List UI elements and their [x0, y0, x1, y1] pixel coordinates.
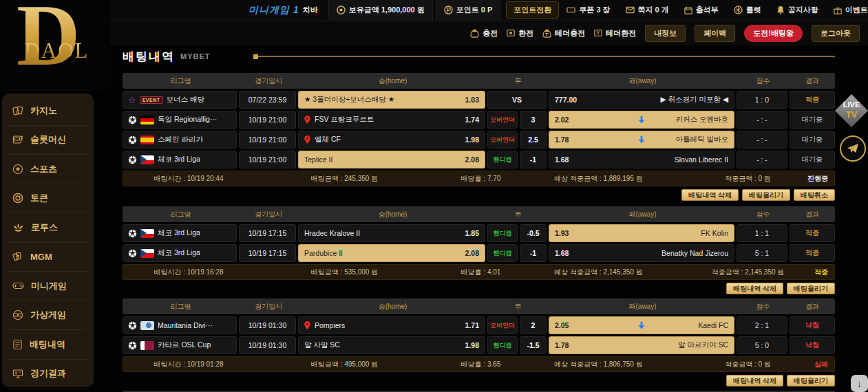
roulette-icon: [734, 6, 743, 14]
won-amount: 적중금액 : 0 원: [670, 360, 825, 369]
deposit-link[interactable]: 충전: [470, 28, 498, 39]
soccer-ball-icon: [128, 341, 137, 350]
away-team: Benatky Nad Jizerou: [661, 249, 728, 257]
delete-history-button[interactable]: 배팅내역 삭제: [726, 375, 783, 386]
sidebar-item-mgm[interactable]: MGM: [9, 243, 87, 272]
draw-cell: 오버언더 2: [487, 316, 547, 334]
menu-attendance[interactable]: 출석부: [677, 0, 726, 20]
point-convert-button[interactable]: 포인트전환: [506, 1, 559, 19]
league-name: Mauritania Divi···: [158, 321, 213, 329]
menu-roulette-label: 룰렛: [746, 5, 761, 15]
home-team: Teplice II: [304, 155, 461, 164]
match-date: 10/19 01:30: [239, 336, 296, 354]
league-name: 체코 3rd Liga: [158, 248, 200, 258]
sidebar-item-slot[interactable]: 슬롯머신: [9, 126, 87, 155]
home-pick-cell: Pardubice II 2.08: [298, 244, 485, 262]
col-date: 경기일시: [239, 302, 298, 312]
sidebar-item-lotus[interactable]: 로투스: [9, 213, 87, 243]
sidebar-item-sports[interactable]: 스포츠: [9, 155, 87, 184]
tether-withdraw-link[interactable]: 테더환전: [594, 28, 636, 39]
soccer-ball-icon: [128, 116, 137, 124]
menu-event[interactable]: 이벤트: [826, 0, 868, 20]
table-header: 리그명 경기일시 승(home) 무 패(away) 점수 결과: [123, 298, 835, 314]
market-line: -1: [520, 151, 547, 168]
scroll-down-button[interactable]: ↓: [851, 375, 868, 392]
menu-notice[interactable]: 공지사항: [769, 0, 826, 20]
away-pick-cell: 777.00 ▶ 취소경기 미포함 ◀: [549, 91, 734, 109]
league-cell: 체코 3rd Liga: [123, 224, 237, 242]
expected-win: 예상 적중금액 : 2,145,350 원: [527, 268, 670, 277]
col-league: 리그명: [123, 210, 239, 219]
site-logo[interactable]: D DAOL: [0, 0, 110, 91]
sidebar-item-casino[interactable]: 카지노: [9, 96, 87, 126]
market-type: 오버언더: [487, 131, 518, 149]
away-odds: 1.68: [555, 249, 569, 257]
map-pin-icon: [304, 135, 310, 144]
telegram-button[interactable]: [840, 135, 866, 162]
home-pick-cell: 알 사말 SC 1.98: [298, 336, 485, 354]
col-home: 승(home): [298, 76, 487, 86]
withdraw-link[interactable]: 환전: [507, 28, 533, 39]
bet-odds-total: 배당률 : 3.65: [435, 360, 527, 369]
menu-roulette[interactable]: 룰렛: [726, 0, 769, 20]
event-badge: EVENT: [140, 96, 163, 104]
delete-history-button[interactable]: 배팅내역 삭제: [681, 189, 739, 201]
draw-cell: 핸디캡 -1: [487, 151, 547, 168]
menu-message[interactable]: 쪽지 0 개: [618, 0, 677, 20]
draw-cell: 핸디캡 -1: [487, 244, 547, 262]
deposit-icon: [470, 29, 479, 38]
live-tv-button[interactable]: LIVE TV: [835, 94, 868, 128]
delete-history-button[interactable]: 배팅내역 삭제: [726, 283, 783, 294]
market-type: 핸디캡: [487, 336, 518, 354]
market-type: 오버언더: [487, 111, 518, 129]
bet-odds-total: 배당률 : 7.70: [435, 174, 527, 184]
away-odds: 1.78: [555, 341, 569, 349]
sidebar-item-results[interactable]: 경기결과: [9, 360, 87, 389]
odds-drop-arrow-icon: [639, 322, 645, 329]
repost-bet-button[interactable]: 배팅올리기: [787, 283, 835, 294]
document-icon: [12, 339, 23, 350]
sidebar-item-token[interactable]: 토큰: [9, 184, 87, 214]
point-display: 포인트 0 P: [436, 0, 501, 20]
betting-king-button[interactable]: 도전!배팅왕: [744, 25, 803, 42]
sidebar-item-minigame[interactable]: 미니게임: [9, 272, 87, 301]
market-line: -0.5: [520, 224, 547, 242]
menu-coupon-label: 쿠폰 3 장: [579, 5, 610, 15]
repost-bet-button[interactable]: 배팅올리기: [787, 375, 835, 386]
soccer-ball-icon: [128, 321, 137, 330]
minigame-sub-label[interactable]: 치바: [303, 5, 318, 15]
sidebar-item-virtual[interactable]: 가상게임: [9, 301, 87, 331]
bet-time: 배팅시간 : 10/19 16:28: [123, 268, 254, 277]
home-odds: 1.71: [465, 321, 479, 329]
sidebar-item-label: 경기결과: [30, 367, 66, 380]
draw-cell: VS: [487, 91, 547, 109]
favorite-star-icon[interactable]: ☆: [128, 96, 136, 105]
market-line: 2.5: [520, 131, 547, 149]
minigame-label[interactable]: 미니게임 1: [248, 4, 299, 17]
away-team: 알 마르키야 SC: [678, 340, 728, 350]
repost-bet-button[interactable]: 배팅올리기: [742, 189, 790, 201]
sidebar-item-label: MGM: [30, 252, 52, 262]
market-type: 핸디캡: [487, 224, 518, 242]
logout-button[interactable]: 로그아웃: [812, 25, 860, 42]
bet-odds-total: 배당률 : 4.01: [435, 268, 527, 277]
cancel-bet-button[interactable]: 배팅취소: [794, 189, 835, 201]
result-cell: 낙첨: [790, 336, 835, 354]
home-pick-cell: ★ 3폴더이상+보너스배당 ★ 1.03: [298, 91, 485, 109]
away-odds: 777.00: [555, 96, 577, 104]
tether-deposit-link[interactable]: 테더충전: [542, 28, 585, 39]
payback-button[interactable]: 페이백: [695, 25, 735, 42]
bet-row: 체코 3rd Liga 10/19 21:00 Teplice II 2.08 …: [123, 151, 835, 168]
col-away: 패(away): [549, 302, 737, 312]
myinfo-button[interactable]: 내정보: [645, 25, 686, 42]
logo-text: DAOL: [7, 39, 107, 63]
gamepad-icon: [12, 281, 24, 290]
away-pick-cell: 1.78 아틀레틱 빌바오: [549, 131, 734, 149]
minigame-group[interactable]: 미니게임 1 치바: [241, 0, 326, 20]
menu-coupon[interactable]: 쿠폰 3 장: [559, 0, 617, 20]
slip-summary: 배팅시간 : 10/19 20:44 배팅금액 : 245,350 원 배당률 …: [123, 171, 835, 186]
result-cell: 적중: [790, 224, 835, 242]
league-name: 카타르 OSL Cup: [158, 340, 211, 350]
flag-czech-icon: [140, 249, 154, 258]
sidebar-item-bet-history[interactable]: 배팅내역: [9, 330, 87, 360]
